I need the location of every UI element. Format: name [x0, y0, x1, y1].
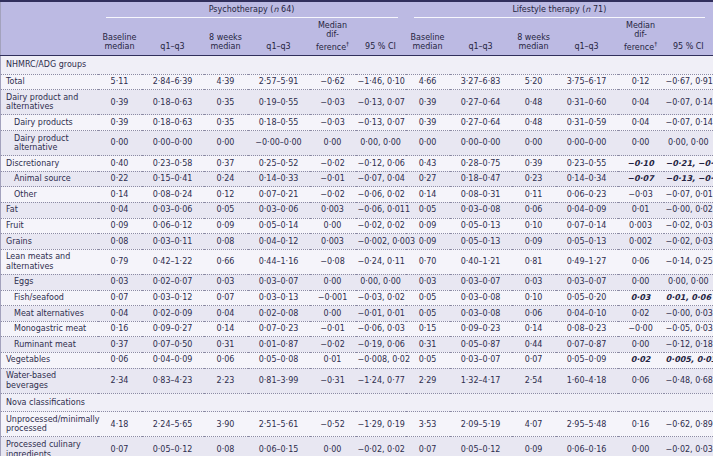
- table-row: Fish/seafood 0·07 0·03–0·12 0·07 0·03–0·…: [1, 290, 713, 306]
- value-cell: −0·00, 0·03: [664, 306, 713, 322]
- dietary-intake-table: Psychotherapy (n 64) Lifestyle therapy (…: [0, 0, 713, 456]
- value-cell: 0·48: [512, 90, 556, 115]
- value-cell: 0·15: [406, 321, 450, 337]
- value-cell: 4·39: [204, 74, 248, 90]
- value-cell: −0·00: [618, 321, 664, 337]
- row-label: Discretionary: [1, 156, 98, 172]
- value-cell: 0·04: [204, 306, 248, 322]
- value-cell: 0·07–0·50: [142, 337, 204, 353]
- value-cell: −0·02, 0·03: [664, 218, 713, 234]
- row-label: Water-based beverages: [1, 368, 98, 393]
- value-cell: −0·19, 0·06: [356, 337, 406, 353]
- value-cell: 0·05–0·13: [450, 234, 512, 250]
- value-cell: −0·13, −0·01: [664, 171, 713, 187]
- value-cell: 0·07–0·87: [556, 337, 618, 353]
- col-header-q1q3-baseline-psy: q1–q3: [142, 19, 204, 56]
- value-cell: 0·83–4·23: [142, 368, 204, 393]
- value-cell: −0·002, 0·003: [356, 234, 406, 250]
- value-cell: −0·07, 0·14: [664, 90, 713, 115]
- column-header-row: Baseline median q1–q3 8 weeks median q1–…: [1, 19, 713, 56]
- value-cell: 0·40: [98, 156, 142, 172]
- value-cell: 0·44: [512, 337, 556, 353]
- col-header-median-difference-life: Median dif- ference†: [618, 19, 664, 56]
- value-cell: 0·08: [204, 437, 248, 456]
- table-row: Processed culinary ingredients 0·07 0·05…: [1, 437, 713, 456]
- value-cell: 0·23–0·55: [556, 156, 618, 172]
- value-cell: −0·12, 0·06: [356, 156, 406, 172]
- value-cell: 0·07–0·14: [556, 218, 618, 234]
- value-cell: 0·00: [310, 437, 356, 456]
- value-cell: 0·00–0·00: [142, 131, 204, 156]
- value-cell: 0·04–0·09: [142, 352, 204, 368]
- value-cell: 0·03–0·08: [450, 306, 512, 322]
- value-cell: −0·03: [310, 90, 356, 115]
- value-cell: 0·27–0·64: [450, 115, 512, 131]
- table-row: Other 0·14 0·08–0·24 0·12 0·07–0·21 −0·0…: [1, 187, 713, 203]
- value-cell: −0·12, 0·18: [664, 337, 713, 353]
- row-label: Dairy product alternative: [1, 131, 98, 156]
- value-cell: −0·13, 0·07: [356, 115, 406, 131]
- value-cell: 0·00, 0·00: [664, 274, 713, 290]
- value-cell: −0·02: [310, 187, 356, 203]
- value-cell: 0·00–0·00: [450, 131, 512, 156]
- value-cell: 0·06: [512, 306, 556, 322]
- value-cell: −0·48, 0·68: [664, 368, 713, 393]
- value-cell: 0·01, 0·06: [664, 290, 713, 306]
- value-cell: 0·25–0·52: [248, 156, 310, 172]
- value-cell: 0·39: [406, 115, 450, 131]
- value-cell: 0·09–0·23: [450, 321, 512, 337]
- value-cell: 0·09: [204, 218, 248, 234]
- value-cell: −0·02, 0·02: [356, 218, 406, 234]
- value-cell: 0·28–0·75: [450, 156, 512, 172]
- value-cell: −0·001: [310, 290, 356, 306]
- value-cell: 0·05–0·20: [556, 290, 618, 306]
- value-cell: 0·06: [512, 202, 556, 218]
- value-cell: 0·07: [98, 290, 142, 306]
- row-label: Ruminant meat: [1, 337, 98, 353]
- value-cell: 2·09–5·19: [450, 412, 512, 437]
- row-label: Grains: [1, 234, 98, 250]
- value-cell: −0·06, 0·02: [356, 187, 406, 203]
- value-cell: −1·46, 0·10: [356, 74, 406, 90]
- value-cell: 5·20: [512, 74, 556, 90]
- value-cell: 0·05: [406, 202, 450, 218]
- value-cell: 0·03–0·07: [248, 274, 310, 290]
- row-label: Fat: [1, 202, 98, 218]
- value-cell: 0·15–0·41: [142, 171, 204, 187]
- value-cell: 0·18–0·47: [450, 171, 512, 187]
- value-cell: 0·03–0·12: [142, 290, 204, 306]
- value-cell: 0·40–1·21: [450, 249, 512, 274]
- value-cell: 2·84–6·39: [142, 74, 204, 90]
- value-cell: −0·03, 0·02: [356, 290, 406, 306]
- value-cell: 0·00: [310, 131, 356, 156]
- value-cell: 0·05–0·13: [556, 234, 618, 250]
- value-cell: 0·31: [406, 337, 450, 353]
- row-label: Fish/seafood: [1, 290, 98, 306]
- value-cell: 0·03: [512, 274, 556, 290]
- value-cell: −0·06, 0·011: [356, 202, 406, 218]
- value-cell: 0·16: [98, 321, 142, 337]
- group-header-row: Psychotherapy (n 64) Lifestyle therapy (…: [1, 1, 713, 19]
- value-cell: −0·00–0·00: [248, 131, 310, 156]
- value-cell: 0·35: [204, 115, 248, 131]
- value-cell: 0·01–0·87: [248, 337, 310, 353]
- value-cell: 0·37: [204, 156, 248, 172]
- value-cell: 0·14: [204, 321, 248, 337]
- section-header-row: NHMRC/ADG groups: [1, 56, 713, 75]
- value-cell: 0·04: [98, 306, 142, 322]
- table-row: Dairy product and alternatives 0·39 0·18…: [1, 90, 713, 115]
- row-label: Dairy product and alternatives: [1, 90, 98, 115]
- col-header-95ci-psy: 95 % CI: [356, 19, 406, 56]
- value-cell: 0·04: [618, 90, 664, 115]
- value-cell: 0·27: [406, 171, 450, 187]
- value-cell: 0·31: [204, 337, 248, 353]
- value-cell: 0·39: [406, 90, 450, 115]
- value-cell: −0·01, 0·01: [356, 306, 406, 322]
- table-body: NHMRC/ADG groups Total 5·11 2·84–6·39 4·…: [1, 56, 713, 456]
- value-cell: 0·14: [406, 187, 450, 203]
- section-header-row: Nova classifications: [1, 393, 713, 412]
- value-cell: 0·04: [98, 202, 142, 218]
- value-cell: −0·05, 0·03: [664, 321, 713, 337]
- value-cell: 0·00: [618, 274, 664, 290]
- value-cell: −0·02: [310, 337, 356, 353]
